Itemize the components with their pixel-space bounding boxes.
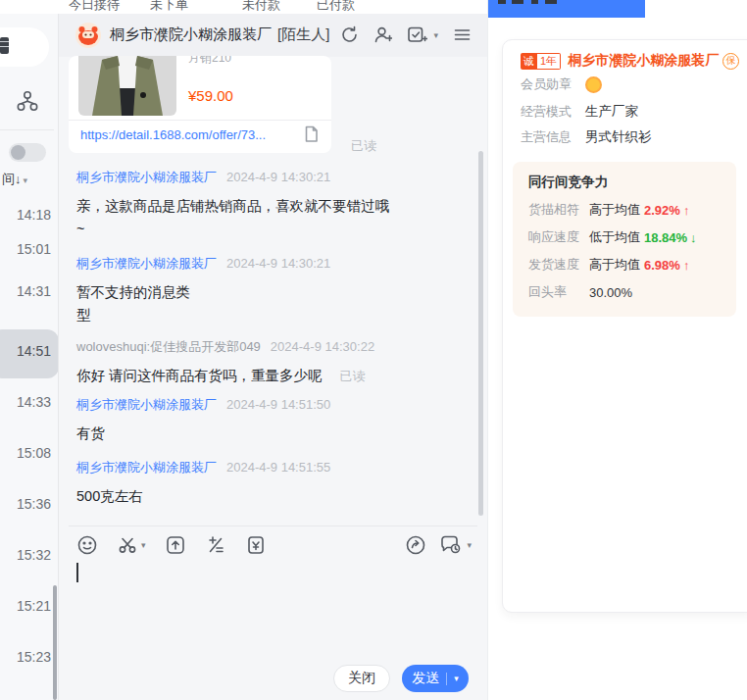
chevron-down-icon[interactable]: ▾ [467,540,472,550]
copy-doc-icon[interactable] [304,125,319,143]
chevron-down-icon[interactable]: ▾ [433,30,438,40]
section-title: 同行间竞争力 [528,174,608,191]
add-task-icon[interactable] [407,25,427,44]
product-image[interactable] [78,56,176,116]
emoji-icon[interactable] [76,534,98,556]
product-card[interactable]: 月销210 ¥59.00 https://detail.1688.com/off… [69,56,331,153]
chevron-down-icon[interactable]: ▾ [454,674,459,683]
read-status: 已读 [351,137,376,155]
divider [69,120,331,121]
top-tab-no-order[interactable]: 未下单 [150,0,188,14]
field-member-medal: 会员勋章 [521,75,602,93]
upload-image-icon[interactable] [165,534,186,556]
product-link[interactable]: https://detail.1688.com/offer/73... [80,127,298,142]
divider [446,673,447,685]
close-button[interactable]: 关闭 [333,665,390,692]
message-sender[interactable]: 桐乡市濮院小糊涂服装厂 [76,460,217,475]
field-main-products: 主营信息男式针织衫 [521,128,652,146]
message-text: 你好 请问这件商品有货吗，重量多少呢已读 [76,365,466,387]
list-item[interactable]: 15:21 [0,598,51,614]
message-text: 亲，这款商品是店铺热销商品，喜欢就不要错过哦 ~ [76,195,466,240]
up-arrow-icon: ↑ [683,258,690,273]
message-text: 有货 [76,423,466,445]
send-label: 发送 [412,670,439,687]
message: 桐乡市濮院小糊涂服装厂2024-4-9 14:51:50 有货 [76,396,466,445]
read-status: 已读 [340,369,366,383]
sidebar-scrollbar[interactable] [53,585,57,700]
forward-icon[interactable] [405,534,426,556]
top-tab-paid[interactable]: 已付款 [317,0,355,14]
customer-info-panel: 诚1年 桐乡市濮院小糊涂服装厂 保 会员勋章 经营模式生产厂家 主营信息男式针织… [487,0,747,700]
message-time: 2024-4-9 14:51:50 [226,397,330,412]
guarantee-badge: 保 [722,53,739,70]
metric-repeat-rate: 回头率 30.00% [528,283,632,301]
message-input[interactable] [59,559,487,657]
message-sender[interactable]: 桐乡市濮院小糊涂服装厂 [76,397,217,412]
shop-name[interactable]: 桐乡市濮院小糊涂服装厂 [568,52,719,70]
chat-scrollbar[interactable] [478,151,483,516]
composer-toolbar: ▾ [76,534,267,556]
filter-toggle[interactable] [9,143,46,162]
product-sales-clipped: 月销210 [188,56,231,67]
panel-tab-active[interactable] [488,0,645,18]
down-arrow-icon: ↓ [690,230,697,245]
message: 桐乡市濮院小糊涂服装厂2024-4-9 14:30:21 暂不支持的消息类 型 [76,255,466,326]
sort-by-time[interactable]: 间↓▾ [2,171,27,188]
message: woloveshuqi:促佳搜品开发部0492024-4-9 14:30:22 … [76,338,466,387]
sort-label: 间↓ [2,172,22,186]
adjust-price-icon[interactable] [205,534,226,556]
scissors-icon[interactable] [117,534,138,556]
list-item[interactable]: 15:36 [0,496,51,512]
stranger-tag: [陌生人] [277,25,329,42]
list-item[interactable]: 14:18 [0,207,51,223]
message-sender[interactable]: 桐乡市濮院小糊涂服装厂 [76,170,217,184]
message-sender[interactable]: 桐乡市濮院小糊涂服装厂 [76,256,217,271]
chat-header: 桐乡市濮院小糊涂服装厂[陌生人] ▾ [59,14,487,57]
payment-icon[interactable] [245,534,267,556]
list-icon [0,37,9,54]
chengxintong-badge: 诚 [521,53,537,70]
message-text: 暂不支持的消息类 型 [76,281,466,326]
list-item[interactable]: 14:33 [0,394,51,410]
menu-icon[interactable] [453,25,472,44]
org-chart-icon[interactable] [15,88,40,114]
list-item[interactable]: 15:32 [0,547,51,563]
list-item-selected[interactable]: 14:51 [0,343,51,359]
list-item[interactable]: 15:08 [0,445,51,461]
add-contact-icon[interactable] [374,25,392,44]
top-tab-strip: 今日接待 未下单 未付款 已付款 [0,0,487,14]
shop-info-card: 诚1年 桐乡市濮院小糊涂服装厂 保 会员勋章 经营模式生产厂家 主营信息男式针织… [502,39,747,613]
message-time: 2024-4-9 14:30:22 [271,339,374,354]
top-tab-unpaid[interactable]: 未付款 [242,0,280,14]
message-text: 500克左右 [76,485,466,508]
up-arrow-icon: ↑ [683,203,690,218]
list-item[interactable]: 14:31 [0,283,51,299]
shop-title-row: 诚1年 桐乡市濮院小糊涂服装厂 保 [521,52,739,70]
refresh-icon[interactable] [340,25,359,44]
history-message-icon[interactable] [439,534,463,556]
member-year-badge: 1年 [537,53,561,70]
metric-shipping-speed: 发货速度 高于均值 6.98% ↑ [528,256,689,274]
metric-response-speed: 响应速度 低于均值 18.84% ↓ [528,228,697,246]
medal-icon [585,76,602,93]
metric-description-match: 货描相符 高于均值 2.92% ↑ [528,201,689,219]
list-item[interactable]: 15:23 [0,649,51,665]
contact-name: 桐乡市濮院小糊涂服装厂 [110,25,272,42]
field-business-model: 经营模式生产厂家 [521,103,638,121]
divider [69,525,477,526]
message: 桐乡市濮院小糊涂服装厂2024-4-9 14:51:55 500克左右 [76,459,466,508]
chat-title: 桐乡市濮院小糊涂服装厂[陌生人] [110,25,329,44]
message-time: 2024-4-9 14:30:21 [226,170,330,184]
top-tab-reception[interactable]: 今日接待 [69,0,120,14]
chevron-down-icon[interactable]: ▾ [141,540,146,550]
composer-toolbar-right: ▾ [405,534,472,556]
conversation-sidebar: 间↓▾ 14:18 15:01 14:31 14:51 14:33 15:08 … [0,14,59,700]
message-sender[interactable]: woloveshuqi:促佳搜品开发部049 [76,339,261,354]
avatar[interactable] [75,23,101,48]
divider [0,129,54,130]
toggle-knob [11,145,25,160]
send-button[interactable]: 发送 ▾ [402,665,469,692]
list-item[interactable]: 15:01 [0,241,51,257]
message: 桐乡市濮院小糊涂服装厂2024-4-9 14:30:21 亲，这款商品是店铺热销… [76,169,466,240]
message-time: 2024-4-9 14:30:21 [226,256,330,271]
